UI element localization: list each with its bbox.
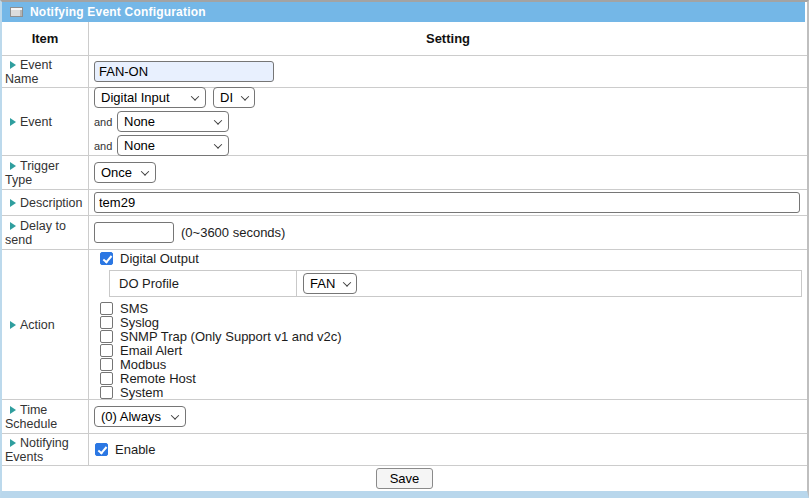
checkbox[interactable] bbox=[100, 344, 113, 357]
arrow-bullet-icon bbox=[10, 222, 16, 230]
checkbox-label: Remote Host bbox=[120, 371, 196, 386]
checkbox[interactable] bbox=[100, 330, 113, 343]
digital-output-checkbox[interactable] bbox=[100, 252, 113, 265]
arrow-bullet-icon bbox=[10, 61, 16, 69]
column-header-setting: Setting bbox=[89, 22, 807, 55]
action-option-list: SMSSyslogSNMP Trap (Only Support v1 and … bbox=[94, 301, 342, 399]
arrow-bullet-icon bbox=[10, 406, 16, 414]
table-header-row: Item Setting bbox=[2, 22, 807, 56]
event-condition3-select[interactable]: None bbox=[117, 135, 229, 156]
checkbox-label: Enable bbox=[115, 442, 155, 457]
enable-checkbox[interactable] bbox=[95, 443, 108, 456]
row-description: Description bbox=[2, 190, 807, 216]
delay-hint: (0~3600 seconds) bbox=[181, 225, 285, 240]
chevron-down-icon bbox=[343, 278, 351, 286]
notifying-event-config-panel: Notifying Event Configuration Item Setti… bbox=[0, 0, 809, 498]
page-title: Notifying Event Configuration bbox=[30, 5, 206, 19]
event-type-select[interactable]: Digital Input bbox=[94, 87, 206, 108]
action-label: Action bbox=[2, 316, 88, 334]
action-option-snmp-trap-only-support-v1-and-v2c: SNMP Trap (Only Support v1 and v2c) bbox=[100, 329, 342, 343]
do-profile-select[interactable]: FAN bbox=[303, 273, 357, 294]
description-input[interactable] bbox=[94, 192, 800, 213]
arrow-bullet-icon bbox=[10, 118, 16, 126]
checkbox-label: SNMP Trap (Only Support v1 and v2c) bbox=[120, 329, 342, 344]
action-option-digital-output: Digital Output bbox=[100, 250, 199, 267]
action-option-syslog: Syslog bbox=[100, 315, 342, 329]
row-delay-to-send: Delay to send (0~3600 seconds) bbox=[2, 216, 807, 250]
chevron-down-icon bbox=[191, 92, 199, 100]
chevron-down-icon bbox=[241, 92, 249, 100]
checkbox[interactable] bbox=[100, 302, 113, 315]
trigger-type-label: Trigger Type bbox=[2, 157, 88, 189]
checkbox-label: System bbox=[120, 385, 163, 400]
checkbox-label: SMS bbox=[120, 301, 148, 316]
trigger-type-select[interactable]: Once bbox=[94, 162, 156, 183]
checkbox[interactable] bbox=[100, 316, 113, 329]
titlebar: Notifying Event Configuration bbox=[2, 2, 805, 22]
event-label: Event bbox=[2, 113, 88, 131]
chevron-down-icon bbox=[171, 411, 179, 419]
column-header-item: Item bbox=[2, 22, 89, 55]
notifying-events-enable: Enable bbox=[95, 441, 155, 458]
action-option-email-alert: Email Alert bbox=[100, 343, 342, 357]
row-event: Event Digital Input DI and None and None bbox=[2, 88, 807, 156]
event-name-label: Event Name bbox=[2, 56, 88, 88]
arrow-bullet-icon bbox=[10, 162, 16, 170]
row-time-schedule: Time Schedule (0) Always bbox=[2, 400, 807, 434]
and-label: and bbox=[94, 116, 114, 128]
checkbox-label: Digital Output bbox=[120, 251, 199, 266]
checkbox[interactable] bbox=[100, 386, 113, 399]
arrow-bullet-icon bbox=[10, 321, 16, 329]
config-table: Item Setting Event Name Event Digital In… bbox=[2, 22, 807, 491]
action-option-modbus: Modbus bbox=[100, 357, 342, 371]
save-button[interactable]: Save bbox=[376, 468, 434, 489]
window-icon bbox=[10, 7, 23, 17]
arrow-bullet-icon bbox=[10, 439, 16, 447]
row-trigger-type: Trigger Type Once bbox=[2, 156, 807, 190]
delay-input[interactable] bbox=[94, 222, 174, 243]
arrow-bullet-icon bbox=[10, 199, 16, 207]
and-label: and bbox=[94, 140, 114, 152]
event-condition2-select[interactable]: None bbox=[117, 111, 229, 132]
checkbox-label: Email Alert bbox=[120, 343, 182, 358]
chevron-down-icon bbox=[141, 167, 149, 175]
notifying-events-label: Notifying Events bbox=[2, 434, 88, 466]
checkbox-label: Modbus bbox=[120, 357, 166, 372]
do-profile-subtable: DO Profile FAN bbox=[109, 270, 802, 297]
row-notifying-events: Notifying Events Enable bbox=[2, 434, 807, 466]
do-profile-label: DO Profile bbox=[110, 271, 297, 296]
row-action: Action Digital Output DO Profile FAN SMS… bbox=[2, 250, 807, 400]
chevron-down-icon bbox=[214, 116, 222, 124]
description-label: Description bbox=[2, 194, 88, 212]
checkbox-label: Syslog bbox=[120, 315, 159, 330]
row-save: Save bbox=[2, 466, 807, 491]
chevron-down-icon bbox=[214, 140, 222, 148]
event-name-input[interactable] bbox=[94, 61, 274, 82]
time-schedule-select[interactable]: (0) Always bbox=[94, 406, 186, 427]
checkbox[interactable] bbox=[100, 372, 113, 385]
event-subtype-select[interactable]: DI bbox=[213, 87, 255, 108]
time-schedule-label: Time Schedule bbox=[2, 401, 88, 433]
checkbox[interactable] bbox=[100, 358, 113, 371]
action-option-system: System bbox=[100, 385, 342, 399]
row-event-name: Event Name bbox=[2, 56, 807, 88]
delay-label: Delay to send bbox=[2, 217, 88, 249]
action-option-remote-host: Remote Host bbox=[100, 371, 342, 385]
action-option-sms: SMS bbox=[100, 301, 342, 315]
